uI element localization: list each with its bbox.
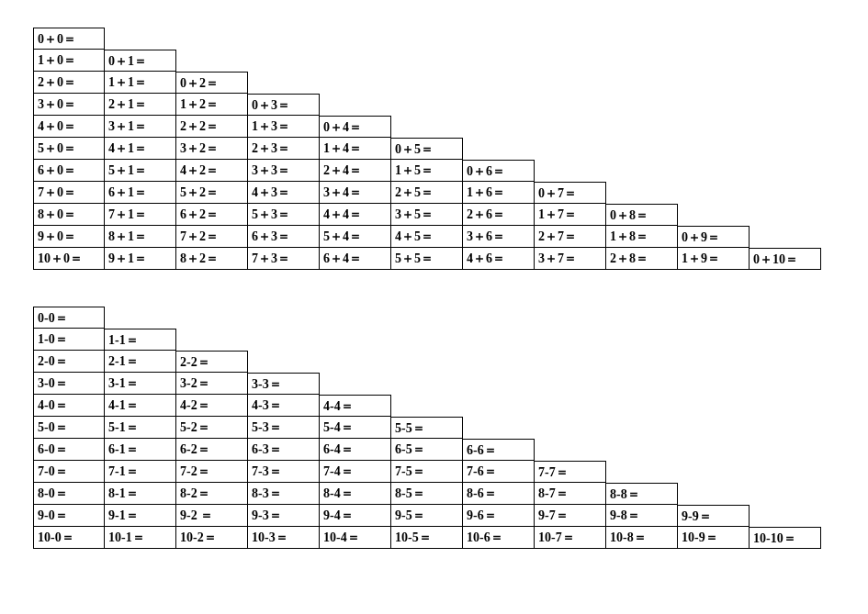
table-cell: 1-0＝ (33, 329, 105, 351)
table-cell: 2-1＝ (105, 351, 176, 373)
table-cell: 6-2＝ (176, 439, 248, 461)
table-cell: 5＋0＝ (33, 138, 105, 160)
table-cell: 3-2＝ (176, 373, 248, 395)
table-cell: 5-0＝ (33, 417, 105, 439)
table-cell: 10-2＝ (176, 527, 248, 549)
table-cell: 3＋7＝ (535, 248, 606, 270)
table-cell: 9-2 ＝ (176, 505, 248, 527)
table-cell: 9-8＝ (606, 505, 678, 527)
table-cell: 10-8＝ (606, 527, 678, 549)
table-cell: 4-1＝ (105, 395, 176, 417)
table-cell: 4-3＝ (248, 395, 320, 417)
table-cell: 0＋10＝ (750, 248, 821, 270)
table-cell: 8-6＝ (463, 483, 535, 505)
table-row: 9＋0＝8＋1＝7＋2＝6＋3＝5＋4＝4＋5＝3＋6＝2＋7＝1＋8＝0＋9＝ (33, 226, 868, 248)
table-cell: 7-0＝ (33, 461, 105, 483)
table-cell: 6-5＝ (391, 439, 463, 461)
table-row: 6＋0＝5＋1＝4＋2＝3＋3＝2＋4＝1＋5＝0＋6＝ (33, 160, 868, 182)
table-cell: 8＋2＝ (176, 248, 248, 270)
table-cell: 7-6＝ (463, 461, 535, 483)
table-cell: 4＋5＝ (391, 226, 463, 248)
table-cell: 5＋3＝ (248, 204, 320, 226)
table-cell: 4-0＝ (33, 395, 105, 417)
table-cell: 5-1＝ (105, 417, 176, 439)
table-cell: 8-8＝ (606, 483, 678, 505)
table-cell: 6＋4＝ (320, 248, 391, 270)
table-cell: 1＋8＝ (606, 226, 678, 248)
table-cell: 3＋1＝ (105, 116, 176, 138)
table-cell: 0＋0＝ (33, 28, 105, 50)
table-cell: 3-0＝ (33, 373, 105, 395)
table-cell: 9-1＝ (105, 505, 176, 527)
table-cell: 10-6＝ (463, 527, 535, 549)
table-row: 4＋0＝3＋1＝2＋2＝1＋3＝0＋4＝ (33, 116, 868, 138)
subtraction-table: 0-0＝1-0＝1-1＝2-0＝2-1＝2-2＝3-0＝3-1＝3-2＝3-3＝… (33, 307, 868, 549)
table-cell: 2＋7＝ (535, 226, 606, 248)
table-cell: 9-6＝ (463, 505, 535, 527)
table-cell: 0-0＝ (33, 307, 105, 329)
table-cell: 2＋2＝ (176, 116, 248, 138)
table-cell: 7-5＝ (391, 461, 463, 483)
table-cell: 9-0＝ (33, 505, 105, 527)
table-row: 2＋0＝1＋1＝0＋2＝ (33, 72, 868, 94)
table-cell: 6＋1＝ (105, 182, 176, 204)
table-row: 3-0＝3-1＝3-2＝3-3＝ (33, 373, 868, 395)
table-cell: 1＋3＝ (248, 116, 320, 138)
table-row: 9-0＝9-1＝9-2 ＝9-3＝9-4＝9-5＝9-6＝9-7＝9-8＝9-9… (33, 505, 868, 527)
table-cell: 2＋4＝ (320, 160, 391, 182)
table-cell: 9-5＝ (391, 505, 463, 527)
table-cell: 10-1＝ (105, 527, 176, 549)
table-cell: 1＋2＝ (176, 94, 248, 116)
table-cell: 5-5＝ (391, 417, 463, 439)
table-cell: 3＋4＝ (320, 182, 391, 204)
table-cell: 0＋4＝ (320, 116, 391, 138)
table-cell: 3-1＝ (105, 373, 176, 395)
table-cell: 2＋3＝ (248, 138, 320, 160)
table-cell: 8-4＝ (320, 483, 391, 505)
table-row: 10-0＝10-1＝10-2＝10-3＝10-4＝10-5＝10-6＝10-7＝… (33, 527, 868, 549)
table-cell: 5＋5＝ (391, 248, 463, 270)
table-cell: 7＋1＝ (105, 204, 176, 226)
table-row: 7-0＝7-1＝7-2＝7-3＝7-4＝7-5＝7-6＝7-7＝ (33, 461, 868, 483)
table-cell: 1＋4＝ (320, 138, 391, 160)
table-cell: 8-7＝ (535, 483, 606, 505)
table-cell: 4＋2＝ (176, 160, 248, 182)
table-cell: 7＋3＝ (248, 248, 320, 270)
table-cell: 6＋3＝ (248, 226, 320, 248)
table-cell: 5-4＝ (320, 417, 391, 439)
table-cell: 0＋1＝ (105, 50, 176, 72)
table-cell: 10＋0＝ (33, 248, 105, 270)
table-row: 3＋0＝2＋1＝1＋2＝0＋3＝ (33, 94, 868, 116)
table-cell: 6＋0＝ (33, 160, 105, 182)
table-cell: 5-2＝ (176, 417, 248, 439)
table-cell: 9-7＝ (535, 505, 606, 527)
table-cell: 4＋3＝ (248, 182, 320, 204)
table-cell: 0＋7＝ (535, 182, 606, 204)
table-cell: 1＋5＝ (391, 160, 463, 182)
table-cell: 6-1＝ (105, 439, 176, 461)
table-cell: 2＋1＝ (105, 94, 176, 116)
table-cell: 9-4＝ (320, 505, 391, 527)
table-row: 6-0＝6-1＝6-2＝6-3＝6-4＝6-5＝6-6＝ (33, 439, 868, 461)
table-cell: 6＋2＝ (176, 204, 248, 226)
table-cell: 0＋3＝ (248, 94, 320, 116)
table-cell: 8＋0＝ (33, 204, 105, 226)
table-cell: 10-10＝ (750, 527, 821, 549)
table-row: 0-0＝ (33, 307, 868, 329)
addition-table: 0＋0＝1＋0＝0＋1＝2＋0＝1＋1＝0＋2＝3＋0＝2＋1＝1＋2＝0＋3＝… (33, 28, 868, 270)
table-row: 8＋0＝7＋1＝6＋2＝5＋3＝4＋4＝3＋5＝2＋6＝1＋7＝0＋8＝ (33, 204, 868, 226)
table-cell: 7＋0＝ (33, 182, 105, 204)
table-cell: 8-5＝ (391, 483, 463, 505)
table-row: 4-0＝4-1＝4-2＝4-3＝4-4＝ (33, 395, 868, 417)
table-cell: 0＋2＝ (176, 72, 248, 94)
table-cell: 3＋5＝ (391, 204, 463, 226)
table-row: 8-0＝8-1＝8-2＝8-3＝8-4＝8-5＝8-6＝8-7＝8-8＝ (33, 483, 868, 505)
table-cell: 3＋2＝ (176, 138, 248, 160)
table-cell: 9＋0＝ (33, 226, 105, 248)
table-cell: 8-0＝ (33, 483, 105, 505)
table-cell: 7-1＝ (105, 461, 176, 483)
table-cell: 4＋0＝ (33, 116, 105, 138)
table-cell: 5＋2＝ (176, 182, 248, 204)
table-cell: 8-3＝ (248, 483, 320, 505)
table-cell: 10-7＝ (535, 527, 606, 549)
